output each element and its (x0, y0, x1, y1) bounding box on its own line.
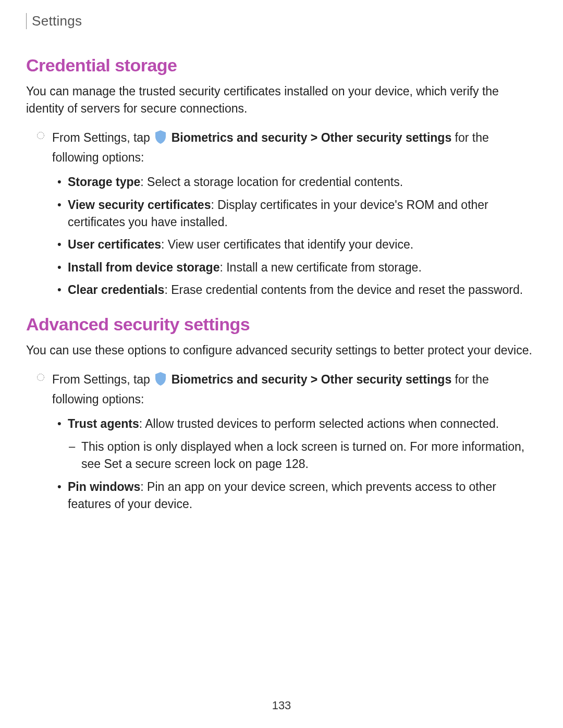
page-number: 133 (0, 699, 563, 712)
desc: : Select a storage location for credenti… (140, 175, 403, 189)
shield-icon (154, 130, 167, 149)
intro-credential-storage: You can manage the trusted security cert… (26, 83, 537, 118)
desc: : Install a new certificate from storage… (219, 261, 421, 274)
desc: : Erase credential contents from the dev… (164, 283, 523, 297)
svg-point-0 (38, 132, 44, 139)
dotted-circle-icon (36, 131, 45, 142)
link-set-secure-screen-lock[interactable]: Set a secure screen lock (104, 457, 235, 471)
nav-other-security: Other security settings (321, 131, 452, 144)
list-item: Storage type: Select a storage location … (68, 174, 537, 191)
term: View security certificates (68, 198, 211, 212)
desc: : Allow trusted devices to perform selec… (139, 417, 499, 430)
sub-list: This option is only displayed when a loc… (68, 438, 537, 473)
list-item: Clear credentials: Erase credential cont… (68, 281, 537, 299)
shield-icon (154, 372, 167, 391)
instruction-text: From Settings, tap Biometrics and securi… (52, 373, 489, 406)
term: Trust agents (68, 417, 139, 430)
instruction-credential-storage: From Settings, tap Biometrics and securi… (26, 129, 537, 167)
heading-credential-storage: Credential storage (26, 55, 537, 76)
bullet-list-credential-storage: Storage type: Select a storage location … (26, 174, 537, 299)
heading-advanced-security: Advanced security settings (26, 314, 537, 335)
instruction-advanced-security: From Settings, tap Biometrics and securi… (26, 371, 537, 409)
sub-list-item: This option is only displayed when a loc… (81, 438, 537, 473)
nav-biometrics: Biometrics and security (172, 131, 308, 144)
dotted-circle-icon (36, 373, 45, 384)
list-item: Install from device storage: Install a n… (68, 259, 537, 276)
svg-point-1 (38, 374, 44, 380)
list-item: Pin windows: Pin an app on your device s… (68, 478, 537, 513)
nav-biometrics: Biometrics and security (172, 373, 308, 386)
breadcrumb: Settings (32, 13, 82, 29)
term: Storage type (68, 175, 140, 189)
list-item: User certificates: View user certificate… (68, 236, 537, 253)
instruction-prefix: From Settings, tap (52, 373, 153, 386)
term: Pin windows (68, 480, 140, 493)
bullet-list-advanced-security: Trust agents: Allow trusted devices to p… (26, 415, 537, 513)
term: Clear credentials (68, 283, 164, 297)
list-item: View security certificates: Display cert… (68, 196, 537, 231)
instruction-prefix: From Settings, tap (52, 131, 153, 144)
list-item: Trust agents: Allow trusted devices to p… (68, 415, 537, 473)
nav-other-security: Other security settings (321, 373, 452, 386)
term: Install from device storage (68, 261, 219, 274)
term: User certificates (68, 238, 161, 251)
page-header: Settings (26, 13, 537, 29)
intro-advanced-security: You can use these options to configure a… (26, 342, 537, 359)
instruction-text: From Settings, tap Biometrics and securi… (52, 131, 489, 164)
sub-suffix: on page 128. (235, 457, 309, 471)
desc: : View user certificates that identify y… (161, 238, 413, 251)
nav-sep: > (307, 373, 321, 386)
nav-sep: > (307, 131, 321, 144)
